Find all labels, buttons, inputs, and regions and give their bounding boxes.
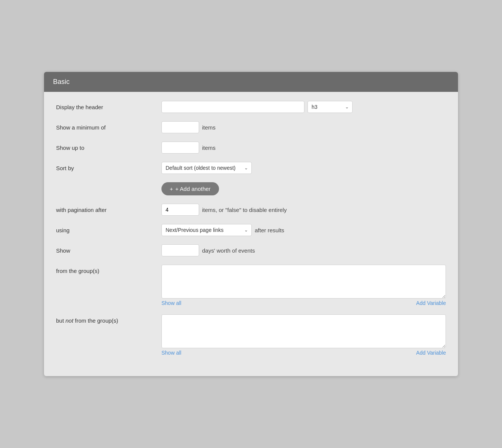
display-header-label: Display the header xyxy=(56,101,161,110)
from-groups-row: from the group(s) Show all Add Variable xyxy=(56,265,446,306)
show-days-controls: days' worth of events xyxy=(161,244,446,256)
pagination-input[interactable] xyxy=(161,204,199,216)
from-groups-links: Show all Add Variable xyxy=(161,300,446,306)
display-header-controls: h1 h2 h3 h4 h5 h6 ⌄ xyxy=(161,101,446,113)
using-select-wrapper: Next/Previous page links Page numbers Lo… xyxy=(161,224,252,236)
pagination-row: with pagination after items, or "false" … xyxy=(56,204,446,216)
not-from-groups-label: but not from the group(s) xyxy=(56,314,161,324)
show-up-to-suffix: items xyxy=(202,145,216,151)
using-select[interactable]: Next/Previous page links Page numbers Lo… xyxy=(161,224,252,236)
using-label: using xyxy=(56,224,161,233)
not-from-groups-textarea-wrapper: Show all Add Variable xyxy=(161,314,446,356)
sort-by-controls: Default sort (oldest to newest) Newest f… xyxy=(161,162,446,174)
show-days-input[interactable] xyxy=(161,244,199,256)
plus-icon: + xyxy=(170,186,173,192)
show-days-label: Show xyxy=(56,244,161,254)
from-groups-textarea[interactable] xyxy=(161,265,446,299)
display-header-row: Display the header h1 h2 h3 h4 h5 h6 ⌄ xyxy=(56,101,446,113)
show-minimum-row: Show a minimum of items xyxy=(56,121,446,133)
add-another-row: + + Add another xyxy=(56,182,446,195)
header-level-select[interactable]: h1 h2 h3 h4 h5 h6 xyxy=(307,101,353,113)
sort-select-wrapper: Default sort (oldest to newest) Newest f… xyxy=(161,162,252,174)
panel-body: Display the header h1 h2 h3 h4 h5 h6 ⌄ xyxy=(44,92,458,376)
from-groups-show-all-link[interactable]: Show all xyxy=(161,300,181,306)
basic-panel: Basic Display the header h1 h2 h3 h4 h5 … xyxy=(44,72,458,376)
sort-by-label: Sort by xyxy=(56,162,161,171)
pagination-suffix: items, or "false" to disable entirely xyxy=(202,207,287,213)
panel-title: Basic xyxy=(44,72,458,92)
not-from-groups-show-all-link[interactable]: Show all xyxy=(161,350,181,356)
from-groups-add-variable-link[interactable]: Add Variable xyxy=(416,300,446,306)
display-header-input[interactable] xyxy=(161,101,304,113)
show-minimum-suffix: items xyxy=(202,124,216,131)
from-groups-label: from the group(s) xyxy=(56,265,161,274)
add-another-label: + Add another xyxy=(175,186,211,192)
pagination-label: with pagination after xyxy=(56,204,161,213)
show-minimum-controls: items xyxy=(161,121,446,133)
show-minimum-input[interactable] xyxy=(161,121,199,133)
show-up-to-controls: items xyxy=(161,142,446,154)
using-row: using Next/Previous page links Page numb… xyxy=(56,224,446,236)
add-another-button[interactable]: + + Add another xyxy=(161,182,219,195)
using-controls: Next/Previous page links Page numbers Lo… xyxy=(161,224,446,236)
show-up-to-label: Show up to xyxy=(56,142,161,151)
pagination-controls: items, or "false" to disable entirely xyxy=(161,204,446,216)
not-from-groups-links: Show all Add Variable xyxy=(161,350,446,356)
show-days-row: Show days' worth of events xyxy=(56,244,446,256)
using-suffix: after results xyxy=(255,227,284,233)
sort-select[interactable]: Default sort (oldest to newest) Newest f… xyxy=(161,162,252,174)
show-up-to-row: Show up to items xyxy=(56,142,446,154)
sort-by-row: Sort by Default sort (oldest to newest) … xyxy=(56,162,446,174)
not-from-groups-row: but not from the group(s) Show all Add V… xyxy=(56,314,446,356)
from-groups-textarea-wrapper: Show all Add Variable xyxy=(161,265,446,306)
not-from-groups-add-variable-link[interactable]: Add Variable xyxy=(416,350,446,356)
show-minimum-label: Show a minimum of xyxy=(56,121,161,131)
show-days-suffix: days' worth of events xyxy=(202,247,255,254)
header-level-select-wrapper: h1 h2 h3 h4 h5 h6 ⌄ xyxy=(307,101,353,113)
show-up-to-input[interactable] xyxy=(161,142,199,154)
not-from-groups-textarea[interactable] xyxy=(161,314,446,348)
